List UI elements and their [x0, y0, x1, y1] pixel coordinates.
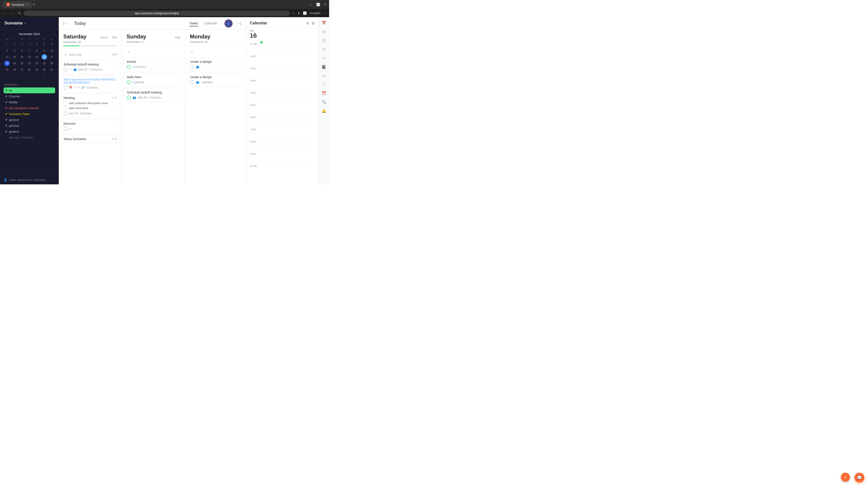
zoom-in-icon[interactable]: ⊕ [306, 21, 309, 25]
minimize-button[interactable]: — [309, 3, 313, 6]
location-icon-strip[interactable]: ◎ [322, 74, 326, 78]
task-check-kickoff-sun[interactable]: ✓ [127, 96, 131, 100]
collapse-right-button[interactable]: →| [236, 21, 241, 26]
cal-day-1b[interactable]: 1 [4, 73, 10, 78]
task-create-design-2[interactable]: create a design ✓ 👥 # general [187, 73, 246, 87]
list-icon-strip[interactable]: ≡ [323, 83, 325, 87]
task-setup-sunsama[interactable]: Setup Sunsama 0:20 [61, 135, 120, 143]
cal-day-3[interactable]: 3 [49, 41, 55, 47]
cal-day-28b[interactable]: 28 [27, 67, 32, 72]
cal-day-5b[interactable]: 5 [34, 73, 39, 78]
cal-day-24[interactable]: 24 [49, 61, 55, 66]
cal-day-15[interactable]: 15 [34, 54, 39, 60]
cal-day-5[interactable]: 5 [12, 48, 17, 53]
calendar-icon-strip[interactable]: 📅 [322, 21, 326, 25]
cal-day-4b[interactable]: 4 [27, 73, 32, 78]
meeting-check[interactable]: ✓ [64, 111, 68, 116]
saturday-plan-link[interactable]: Plan [112, 36, 117, 39]
sidebar-chevron-icon[interactable]: ▾ [24, 22, 26, 25]
cal-day-31[interactable]: 31 [49, 67, 55, 72]
cal-day-13[interactable]: 13 [19, 54, 25, 60]
task-kickoff-sun[interactable]: Schedule kickoff meeting ✓ 👥 Dec 20 # Cr… [124, 88, 183, 102]
cal-day-6[interactable]: 6 [19, 48, 25, 53]
tab-tasks[interactable]: Tasks [189, 20, 198, 26]
menu-icon[interactable]: ⋮ [323, 11, 327, 15]
channel-general-1[interactable]: # general [4, 117, 55, 123]
cal-day-27[interactable]: 27 [4, 41, 10, 47]
channel-general-3[interactable]: # general [4, 129, 55, 134]
task-check-kickoff-sat[interactable]: ✓ [64, 68, 68, 72]
task-check-design-2[interactable]: ✓ [190, 80, 194, 84]
task-check-url[interactable]: ✓ [64, 86, 68, 90]
collapse-left-button[interactable]: |← [63, 21, 68, 26]
task-url-card[interactable]: https://app.asana.com/0/1206174676385119… [61, 75, 120, 92]
cal-day-21[interactable]: 21 [27, 61, 32, 66]
cal-day-7[interactable]: 7 [27, 48, 32, 53]
cal-day-2[interactable]: 2 [41, 41, 47, 47]
channel-general-2[interactable]: # general [4, 123, 55, 129]
cal-day-6b[interactable]: 6 [41, 73, 47, 78]
forward-button[interactable]: → [10, 10, 16, 16]
sunday-plan-link[interactable]: Plan [175, 36, 181, 39]
cal-day-19[interactable]: 19 [12, 61, 17, 66]
user-avatar[interactable]: 👤 [224, 20, 232, 28]
grid-icon-strip[interactable]: ⊞ [322, 30, 325, 34]
channel-all[interactable]: # all [4, 88, 55, 93]
new-tab-button[interactable]: + [33, 2, 35, 7]
back-button[interactable]: ← [3, 10, 8, 16]
sync-icon-strip[interactable]: ↻ [322, 56, 325, 60]
download-icon[interactable]: ⬇ [298, 11, 300, 15]
task-check-exercise[interactable]: ✓ [64, 127, 68, 131]
cal-day-25[interactable]: 25 [4, 67, 10, 72]
close-window-button[interactable]: ✕ [324, 3, 327, 6]
task-create-design-1[interactable]: create a design ✓ 👥 [187, 57, 246, 71]
meeting-subtask-check-2[interactable] [64, 106, 67, 110]
cal-day-10[interactable]: 10 [49, 48, 55, 53]
cal-day-26[interactable]: 26 [12, 67, 17, 72]
meeting-subtask-check-1[interactable] [64, 101, 67, 105]
cal-day-22[interactable]: 22 [34, 61, 39, 66]
cal-day-12[interactable]: 12 [12, 54, 17, 60]
cal-day-30b[interactable]: 30 [41, 67, 47, 72]
cal-day-8[interactable]: 8 [34, 48, 39, 53]
url-input[interactable] [24, 11, 290, 16]
cal-day-4[interactable]: 4 [4, 48, 10, 53]
time-icon-strip[interactable]: ⏰ [322, 91, 326, 95]
cal-day-17[interactable]: 17 [49, 54, 55, 60]
cal-day-18-selected[interactable]: 18 [4, 61, 10, 66]
cal-day-9[interactable]: 9 [41, 48, 47, 53]
task-exercise[interactable]: Exercise ✓ ↻ [61, 119, 120, 133]
saturday-focus-link[interactable]: Focus [100, 36, 107, 39]
task-meeting[interactable]: Meeting 0:15 add subtasks description he… [61, 94, 120, 118]
channel-channel[interactable]: # Channel [4, 93, 55, 99]
active-tab[interactable]: S Sunsama ✕ [3, 1, 32, 8]
cal-day-14[interactable]: 14 [27, 54, 32, 60]
cal-day-23[interactable]: 23 [41, 61, 47, 66]
cal-day-30[interactable]: 30 [27, 41, 32, 47]
channel-middle[interactable]: # Middle [4, 99, 55, 105]
sunday-add-task[interactable]: ＋ [124, 47, 183, 57]
channel-manage[interactable]: + Manage Channels [4, 134, 55, 140]
cal-day-29b[interactable]: 29 [34, 67, 39, 72]
calendar-grid-icon[interactable]: ⊞ [312, 21, 315, 25]
cal-day-20[interactable]: 20 [19, 61, 25, 66]
maximize-button[interactable]: ⬜ [316, 3, 320, 6]
bookmark-icon[interactable]: ☆ [292, 11, 295, 15]
cal-day-28[interactable]: 28 [12, 41, 17, 47]
notification-icon-strip[interactable]: 🔔 [322, 109, 326, 113]
tab-calendar[interactable]: Calendar [204, 20, 217, 26]
mail-icon-strip[interactable]: ✉ [322, 47, 325, 52]
close-tab-button[interactable]: ✕ [26, 3, 28, 6]
cal-day-1[interactable]: 1 [34, 41, 39, 47]
cal-day-29[interactable]: 29 [19, 41, 25, 47]
reload-button[interactable]: ↻ [17, 10, 22, 16]
table-icon-strip[interactable]: ☰ [322, 38, 326, 43]
task-check-design-1[interactable]: ✓ [190, 65, 194, 69]
task-url-link[interactable]: https://app.asana.com/0/1206174676385119… [64, 78, 117, 84]
cal-day-16-today[interactable]: 16 [41, 54, 47, 60]
calendar-prev-button[interactable]: ‹ [4, 32, 5, 36]
task-schedule-kickoff-sat[interactable]: Schedule kickoff meeting ✓ ↻ 👥 Dec 20 # … [61, 60, 120, 74]
saturday-add-task[interactable]: ＋ Add task 0:55 [61, 50, 120, 59]
task-tasks-here[interactable]: tasks here ✓ # general [124, 73, 183, 87]
today-button[interactable]: Today [72, 20, 88, 27]
